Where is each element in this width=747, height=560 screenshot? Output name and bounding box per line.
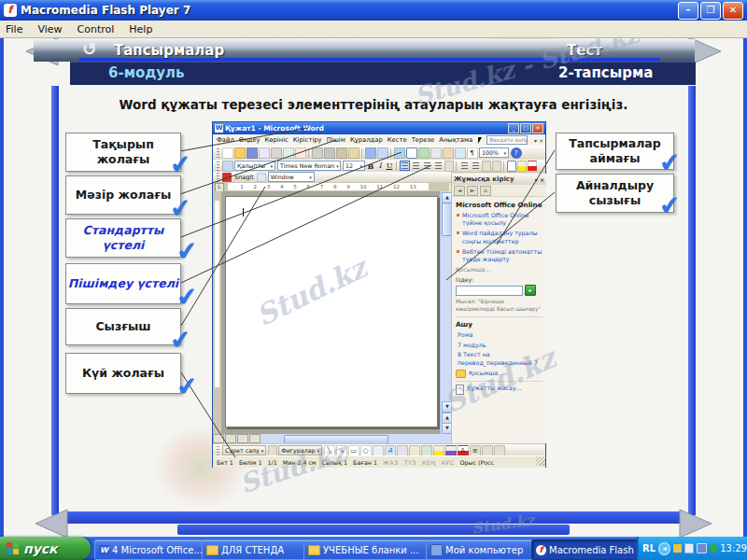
zoom-select[interactable]: 100%▾ — [479, 147, 509, 158]
status-page-of: 1/1 — [268, 459, 277, 466]
word-menu-file[interactable]: Файл — [217, 136, 234, 144]
language-indicator[interactable]: RL — [642, 543, 655, 553]
create-document-link[interactable]: Құжатты жасау... — [467, 385, 522, 391]
word-menu-edit[interactable]: Өңдеу — [239, 136, 261, 144]
close-button[interactable]: ✕ — [723, 2, 743, 20]
nav-test[interactable]: Тест — [567, 42, 602, 59]
open-more-link[interactable]: Қосымша... — [469, 370, 503, 376]
normal-view-icon[interactable] — [213, 434, 224, 443]
label-standard-toolbar[interactable]: Стандартты үстелі — [65, 218, 181, 258]
word-menu-help[interactable]: Анықтама — [439, 136, 472, 144]
recent-doc-link[interactable]: Рома — [458, 331, 543, 339]
taskbar-button-folder1[interactable]: ДЛЯ СТЕНДА — [202, 539, 310, 560]
pane-link[interactable]: Microsoft Office Online түйіне қосылу — [462, 212, 543, 227]
word-standard-toolbar[interactable]: ¶ 100%▾ ? — [213, 146, 545, 161]
tray-antivirus-icon[interactable] — [710, 544, 717, 553]
question-dropdown-icon[interactable]: ▾ × — [534, 137, 543, 144]
snagit-label[interactable]: SnagIt — [234, 174, 254, 181]
tray-display-icon[interactable] — [684, 543, 694, 553]
window-titlebar[interactable]: f Macromedia Flash Player 7 – ❐ ✕ — [0, 0, 747, 21]
print-view-icon[interactable] — [237, 434, 248, 443]
question-box[interactable]: Введите вопрос — [486, 135, 528, 145]
taskbar-button-mycomputer[interactable]: Мой компьютер — [426, 539, 538, 560]
tray-yellow-icon[interactable] — [673, 544, 681, 553]
recent-doc-link[interactable]: 7 модуль — [458, 342, 543, 349]
task-pane-header[interactable]: Жұмысқа кірісу ▾ × — [452, 174, 546, 185]
word-status-bar[interactable]: Бет 1 Бөлім 1 1/1 Мин 2,4 см Сызық 1 Бағ… — [213, 455, 545, 468]
label-status-bar[interactable]: Күй жолағы — [65, 353, 181, 394]
italic-icon[interactable]: I — [375, 161, 385, 171]
snagit-icon — [222, 173, 232, 182]
draw-label: Сурет салу — [225, 447, 260, 454]
autoshapes-button[interactable]: Фигуралар▾ — [278, 445, 322, 455]
word-task-pane[interactable]: Жұмысқа кірісу ▾ × ◄ ► ⌂ Microsoft Offic… — [451, 174, 546, 443]
word-menu-table[interactable]: Кесте — [388, 136, 407, 144]
underline-icon[interactable]: U — [385, 161, 394, 171]
start-button[interactable]: пуск — [0, 537, 91, 560]
word-menu-format[interactable]: Пішім — [327, 136, 345, 144]
label-formatting-toolbar[interactable]: Пішімдеу үстелі — [65, 263, 181, 304]
pane-forward-icon[interactable]: ► — [467, 186, 478, 196]
word-formatting-toolbar[interactable]: Қалыпты▾ Times New Roman▾ 12▾ B I U — [213, 160, 545, 173]
pane-more-link[interactable]: Қосымша... — [456, 266, 543, 273]
menu-view[interactable]: View — [37, 23, 62, 35]
word-minimize-button[interactable]: _ — [508, 123, 519, 133]
align-right-icon[interactable] — [422, 161, 432, 171]
clipart-icon — [409, 445, 420, 456]
word-menu-view[interactable]: Көрініс — [265, 136, 289, 144]
snagit-window-select[interactable]: Window▾ — [268, 172, 315, 182]
window-menubar: File View Control Help — [0, 21, 747, 38]
nav-tasks[interactable]: Тапсырмалар — [114, 42, 224, 59]
font-select[interactable]: Times New Roman▾ — [277, 161, 341, 171]
tray-chevron-icon[interactable]: ◂ — [658, 542, 670, 555]
menu-help[interactable]: Help — [129, 23, 152, 35]
hscroll-track[interactable] — [261, 435, 451, 442]
outline-view-icon[interactable] — [249, 434, 261, 443]
word-horizontal-scrollbar[interactable] — [213, 434, 451, 443]
menu-control[interactable]: Control — [78, 23, 115, 35]
label-ruler[interactable]: Сызғыш — [65, 308, 181, 345]
word-menu-insert[interactable]: Кірістіру — [293, 136, 322, 144]
minimize-button[interactable]: – — [678, 2, 698, 20]
pane-search-input[interactable] — [456, 286, 523, 296]
word-page[interactable] — [225, 196, 438, 427]
search-go-icon[interactable]: ▸ — [525, 285, 536, 296]
taskbar-button-flash[interactable]: f Macromedia Flash P... — [531, 539, 649, 560]
word-title-bar[interactable]: W Құжат1 - Microsoft Word _ □ × — [213, 122, 545, 134]
tray-network-icon[interactable] — [697, 543, 706, 553]
back-arrow-icon[interactable]: ↺ — [82, 38, 97, 59]
pane-link[interactable]: Word пайдалану туралы соңғы мәліметтер — [462, 230, 543, 245]
font-size-select[interactable]: 12▾ — [343, 161, 365, 171]
word-close-button[interactable]: × — [532, 123, 543, 133]
draw-menu-button[interactable]: Сурет салу▾ — [222, 445, 266, 455]
recent-doc-link[interactable]: 8 Текст на перевод_переведенный 7 — [458, 351, 543, 366]
label-task-pane[interactable]: Тапсырмалар аймағы — [556, 133, 674, 170]
word-menu-window[interactable]: Терезе — [412, 136, 435, 144]
ruler-scale: 1 2 3 4 5 6 7 8 9 10 11 12 13 — [228, 183, 429, 190]
open-icon — [234, 147, 246, 159]
bullet-list-icon[interactable] — [471, 161, 481, 171]
label-menu-bar[interactable]: Мәзір жолағы — [65, 175, 181, 215]
web-view-icon[interactable] — [225, 434, 236, 443]
pane-home-icon[interactable]: ⌂ — [480, 186, 491, 196]
menu-file[interactable]: File — [6, 23, 22, 35]
align-center-icon[interactable] — [411, 161, 421, 171]
resize-grip[interactable] — [536, 456, 545, 466]
taskbar-button-folder2[interactable]: УЧЕБНЫЕ бланки ... — [303, 539, 432, 560]
word-maximize-button[interactable]: □ — [520, 123, 531, 133]
pane-back-icon[interactable]: ◄ — [454, 186, 465, 196]
word-document-area[interactable] — [213, 191, 440, 434]
maximize-button[interactable]: ❐ — [700, 2, 721, 20]
align-left-icon[interactable] — [400, 161, 410, 171]
word-menu-tools[interactable]: Құралдар — [350, 136, 383, 144]
bold-icon[interactable]: B — [366, 161, 375, 171]
pane-link[interactable]: Вебтен тізімді автоматты түрде жаңарту — [462, 248, 543, 263]
numbered-list-icon[interactable] — [459, 161, 470, 171]
taskbar-button-office[interactable]: W 4 Microsoft Office... ▾ — [94, 539, 208, 560]
label-scroll-bar[interactable]: Айналдыру сызығы — [556, 174, 674, 213]
style-select[interactable]: Қалыпты▾ — [234, 161, 275, 171]
word-drawing-toolbar[interactable]: Сурет салу▾ Фигуралар▾ ╲ ↘ ▭ ○ A A ≡ — [213, 443, 545, 456]
label-title-bar[interactable]: Тақырып жолағы — [65, 133, 181, 172]
align-justify-icon[interactable] — [433, 161, 444, 171]
task-pane-controls[interactable]: ▾ × — [535, 176, 544, 183]
